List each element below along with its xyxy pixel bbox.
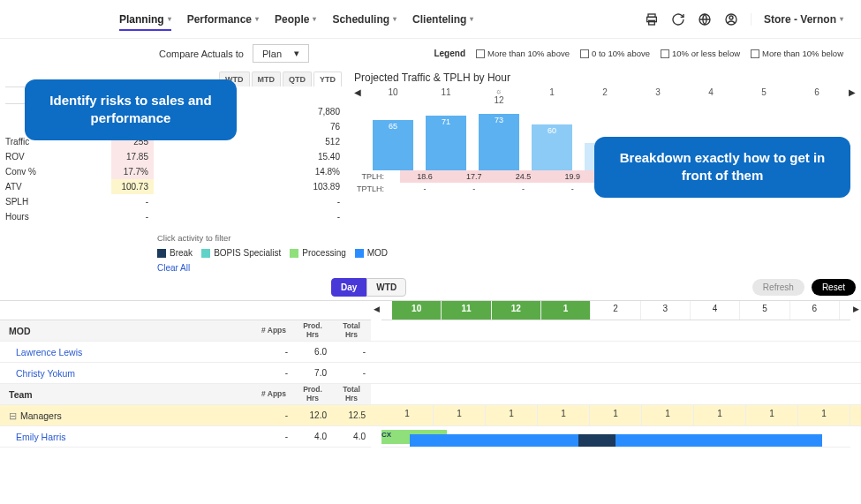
mod-section-label: MOD — [0, 326, 254, 336]
chart-hour-label: 10 — [366, 87, 419, 109]
clear-all-link[interactable]: Clear All — [0, 261, 861, 278]
sched-hour[interactable]: 6 — [790, 301, 840, 320]
managers-cell: 1 — [434, 405, 486, 425]
sched-prev-icon[interactable]: ◀ — [371, 301, 381, 320]
sched-next-icon[interactable]: ▶ — [850, 301, 861, 320]
nav-people-label: People — [275, 13, 309, 26]
compare-row: Compare Actuals to Plan▾ Legend More tha… — [0, 39, 861, 68]
mod-person-row[interactable]: Lawrence Lewis - 6.0 - — [0, 342, 371, 363]
sun-icon: ☼ — [472, 87, 525, 95]
metric-plan: - — [154, 209, 345, 224]
compare-select[interactable]: Plan▾ — [253, 44, 309, 63]
chevron-down-icon: ▾ — [313, 15, 316, 23]
schedule-controls: Day WTD Refresh Reset — [0, 278, 861, 300]
store-selector[interactable]: Store - Vernon▾ — [751, 13, 843, 26]
mod-person-row[interactable]: Christy Yokum - 7.0 - — [0, 363, 371, 384]
tplh-cell: 24.5 — [499, 170, 548, 183]
tab-day[interactable]: Day — [331, 278, 366, 297]
managers-cell: 1 — [538, 405, 590, 425]
metric-name: Conv % — [5, 164, 111, 179]
emily-apps: - — [254, 432, 293, 441]
nav-people[interactable]: People▾ — [275, 13, 316, 26]
schedule-grid: MOD # Apps Prod. Hrs Total Hrs Lawrence … — [0, 300, 861, 448]
globe-icon[interactable] — [698, 12, 712, 26]
refresh-button[interactable]: Refresh — [752, 279, 804, 296]
traffic-bar[interactable]: 60 — [532, 124, 572, 171]
managers-label: ⊟Managers — [0, 410, 254, 421]
sched-hour[interactable]: 3 — [641, 301, 691, 320]
col-total: Total Hrs — [332, 322, 371, 339]
tab-wtd-sched[interactable]: WTD — [366, 278, 406, 297]
sched-hour[interactable]: 2 — [591, 301, 640, 320]
managers-cell: 1 — [746, 405, 798, 425]
metric-plan: 15.40 — [154, 149, 345, 164]
nav-clienteling-label: Clienteling — [412, 13, 466, 26]
sched-hour[interactable]: 5 — [740, 301, 789, 320]
section-team: Team # Apps Prod. Hrs Total Hrs — [0, 384, 371, 405]
filter-processing[interactable]: Processing — [290, 248, 345, 258]
chart-hour-label: 3 — [631, 87, 684, 109]
traffic-bar[interactable]: 73 — [479, 114, 519, 170]
metric-name: SPLH — [5, 194, 111, 209]
person-name[interactable]: Lawrence Lewis — [0, 347, 254, 357]
managers-cell: 1 — [642, 405, 694, 425]
chart-hour-label: 2 — [578, 87, 631, 109]
col-prod: Prod. Hrs — [293, 386, 332, 402]
col-prod: Prod. Hrs — [293, 322, 332, 339]
nav-scheduling[interactable]: Scheduling▾ — [332, 13, 397, 26]
chart-hour-label: 5 — [737, 87, 790, 109]
callout-breakdown: Breakdown exactly how to get in front of… — [594, 137, 850, 198]
tab-ytd[interactable]: YTD — [313, 71, 342, 87]
nav-planning[interactable]: Planning▾ — [119, 13, 171, 31]
chart-next-icon[interactable]: ▶ — [849, 87, 856, 97]
refresh-icon[interactable] — [671, 12, 685, 26]
tab-mtd[interactable]: MTD — [252, 71, 282, 87]
print-icon[interactable] — [645, 12, 659, 26]
managers-row[interactable]: ⊟Managers - 12.0 12.5 — [0, 405, 371, 426]
legend-item: 10% or less below — [661, 49, 740, 58]
managers-apps: - — [254, 410, 293, 420]
filter-bopis[interactable]: BOPIS Specialist — [201, 248, 281, 258]
sched-hour[interactable]: 10 — [392, 301, 442, 320]
metric-name: ATV — [5, 179, 111, 194]
break-bar[interactable] — [578, 434, 616, 447]
chart-hour-label: 6 — [790, 87, 843, 109]
bar-slot: 60 — [525, 109, 578, 170]
team-head-pad — [371, 384, 861, 405]
user-icon[interactable] — [724, 12, 738, 26]
bar-value: 71 — [426, 117, 466, 126]
chart-prev-icon[interactable]: ◀ — [354, 87, 361, 97]
sched-hour[interactable]: 11 — [442, 301, 491, 320]
bar-value: 73 — [479, 116, 519, 124]
nav-clienteling[interactable]: Clienteling▾ — [412, 13, 473, 26]
chevron-down-icon: ▾ — [470, 15, 473, 23]
traffic-bar[interactable]: 71 — [426, 116, 466, 170]
managers-prod: 12.0 — [293, 410, 332, 420]
tplh-cell: 18.6 — [400, 170, 449, 183]
traffic-bar[interactable]: 65 — [373, 120, 413, 170]
filter-break[interactable]: Break — [157, 248, 193, 258]
person-name[interactable]: Christy Yokum — [0, 368, 254, 379]
tab-qtd[interactable]: QTD — [283, 71, 312, 87]
managers-cell: 1 — [590, 405, 642, 425]
chevron-down-icon: ▾ — [840, 15, 843, 23]
mod-head-pad — [371, 320, 861, 342]
managers-total: 12.5 — [332, 410, 371, 420]
emily-name[interactable]: Emily Harris — [0, 432, 254, 442]
managers-cell: 1 — [381, 405, 434, 425]
nav-performance[interactable]: Performance▾ — [187, 13, 259, 26]
sched-hour[interactable]: 12 — [492, 301, 541, 320]
filter-mod[interactable]: MOD — [355, 248, 388, 258]
mod-bar[interactable] — [410, 434, 822, 447]
emily-prod: 4.0 — [293, 432, 332, 441]
collapse-icon[interactable]: ⊟ — [9, 410, 17, 421]
reset-button[interactable]: Reset — [812, 279, 856, 296]
chart-hour-label: 1 — [525, 87, 578, 109]
team-section-label: Team — [0, 389, 254, 400]
day-wtd-toggle: Day WTD — [331, 278, 406, 297]
sched-hour[interactable]: 4 — [691, 301, 740, 320]
person-apps: - — [254, 368, 293, 378]
emily-row[interactable]: Emily Harris - 4.0 4.0 — [0, 426, 371, 448]
top-nav: Planning▾ Performance▾ People▾ Schedulin… — [0, 0, 861, 39]
sched-hour[interactable]: 1 — [541, 301, 591, 320]
